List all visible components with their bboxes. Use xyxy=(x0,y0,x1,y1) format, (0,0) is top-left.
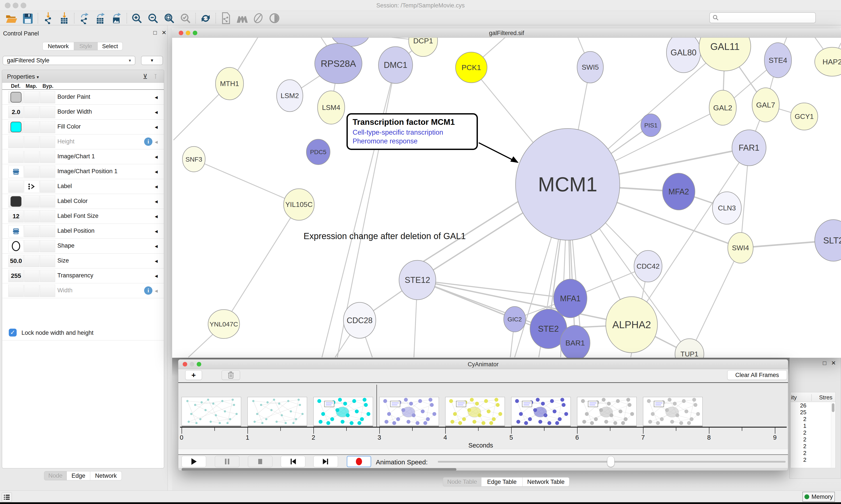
zoom-in-button[interactable] xyxy=(129,12,145,25)
default-value-cell[interactable]: 50.0 xyxy=(8,255,24,267)
bypass-cell[interactable] xyxy=(40,136,55,148)
expand-property-icon[interactable]: ◂ xyxy=(155,94,158,101)
table-row[interactable]: 2 xyxy=(791,450,835,456)
float-panel-icon[interactable]: □ xyxy=(153,29,157,36)
frame-thumbnail-3[interactable] xyxy=(314,397,373,426)
expand-property-icon[interactable]: ◂ xyxy=(155,124,158,130)
bypass-cell[interactable] xyxy=(40,270,55,282)
annotation-link[interactable]: Cell-type-specific transcription xyxy=(353,128,472,137)
network-canvas[interactable]: DCP1RPS28ADMC1PCK1MTH1LSM2LSM4SWI5GAL80G… xyxy=(172,38,841,358)
tab-network-table[interactable]: Network Table xyxy=(522,477,569,486)
expand-property-icon[interactable]: ◂ xyxy=(155,257,158,265)
mapping-cell[interactable] xyxy=(24,136,39,148)
open-session-button[interactable] xyxy=(3,12,20,25)
bypass-cell[interactable] xyxy=(40,195,55,208)
frame-thumbnail-8[interactable] xyxy=(643,397,702,426)
table-row[interactable]: 1 xyxy=(791,422,835,429)
refresh-view-button[interactable] xyxy=(198,12,214,25)
memory-button[interactable]: Memory xyxy=(803,492,835,502)
import-table-button[interactable] xyxy=(56,12,72,25)
default-value-cell[interactable] xyxy=(8,240,24,252)
table-row[interactable]: 2 xyxy=(791,429,835,436)
mapping-cell[interactable] xyxy=(24,165,39,178)
tab-style[interactable]: Style xyxy=(74,42,98,50)
default-value-cell[interactable] xyxy=(8,151,24,163)
export-image-button[interactable] xyxy=(109,12,125,25)
node-TUP1[interactable]: TUP1 xyxy=(675,339,704,358)
search-input[interactable] xyxy=(719,15,811,21)
table-row[interactable]: 2 xyxy=(791,436,835,443)
node-GAL11[interactable]: GAL11 xyxy=(699,38,751,71)
bypass-cell[interactable] xyxy=(40,225,55,237)
default-value-cell[interactable]: 2.0 xyxy=(8,106,24,118)
table-row[interactable]: 26 xyxy=(791,402,835,409)
mapping-cell[interactable] xyxy=(24,195,39,208)
default-value-cell[interactable] xyxy=(8,285,24,297)
timeline-playhead[interactable] xyxy=(376,385,377,427)
cyanimator-titlebar[interactable]: CyAnimator xyxy=(178,360,788,369)
mapping-cell[interactable] xyxy=(24,106,39,118)
bypass-cell[interactable] xyxy=(40,165,55,178)
mapping-cell[interactable] xyxy=(24,91,39,103)
node-MCM1[interactable]: MCM1 xyxy=(516,128,620,240)
bypass-cell[interactable] xyxy=(40,255,55,267)
network-window-titlebar[interactable]: galFiltered.sif xyxy=(172,29,841,38)
task-history-button[interactable] xyxy=(2,492,12,502)
import-network-button[interactable] xyxy=(40,12,56,25)
tab-edge[interactable]: Edge xyxy=(67,471,90,480)
bypass-cell[interactable] xyxy=(40,210,55,222)
mapping-cell[interactable] xyxy=(24,151,39,163)
zoom-fit-button[interactable] xyxy=(161,12,177,25)
style-selector[interactable]: galFiltered Style ▾ xyxy=(3,56,135,65)
default-value-cell[interactable] xyxy=(8,180,24,193)
tab-edge-table[interactable]: Edge Table xyxy=(481,477,522,486)
frame-thumbnail-1[interactable] xyxy=(182,397,241,426)
mapping-cell[interactable] xyxy=(24,240,39,252)
node-LSM4[interactable]: LSM4 xyxy=(318,91,345,124)
expand-property-icon[interactable]: ◂ xyxy=(155,287,158,294)
expand-property-icon[interactable]: ◂ xyxy=(155,153,158,160)
node-CLN3[interactable]: CLN3 xyxy=(713,192,741,224)
node-BAR1[interactable]: BAR1 xyxy=(560,325,590,358)
default-value-cell[interactable] xyxy=(8,225,24,237)
node-YNL047C[interactable]: YNL047C xyxy=(208,310,239,339)
node-SNF3[interactable]: SNF3 xyxy=(182,146,205,172)
expand-property-icon[interactable]: ◂ xyxy=(155,242,158,250)
node-MFA2[interactable]: MFA2 xyxy=(662,173,695,210)
node-STE4[interactable]: STE4 xyxy=(764,43,791,78)
window-close-icon[interactable] xyxy=(179,31,183,35)
close-panel-icon[interactable]: ✕ xyxy=(162,29,166,36)
network-edge[interactable] xyxy=(423,193,532,262)
app-minimize-icon[interactable] xyxy=(13,3,18,8)
expression-annotation[interactable]: Expression change after deletion of GAL1 xyxy=(304,231,466,241)
clone-network-button[interactable] xyxy=(218,12,234,25)
default-value-cell[interactable]: 12 xyxy=(8,210,24,222)
node-YIL105C[interactable]: YIL105C xyxy=(284,189,314,220)
node-SWI4[interactable]: SWI4 xyxy=(728,233,753,263)
column-header-centrality[interactable]: ity xyxy=(791,394,797,401)
mapping-cell[interactable] xyxy=(24,285,39,297)
mapping-cell[interactable] xyxy=(24,180,39,193)
hide-glasses-button[interactable] xyxy=(250,12,266,25)
go-to-start-button[interactable] xyxy=(281,456,305,467)
timeline-scrollbar[interactable] xyxy=(178,468,788,471)
go-to-end-button[interactable] xyxy=(314,456,338,467)
properties-header[interactable]: Properties ▾ xyxy=(7,73,39,80)
tab-node[interactable]: Node xyxy=(44,471,67,480)
zoom-selected-button[interactable] xyxy=(177,12,194,25)
export-network-button[interactable] xyxy=(76,12,92,25)
bypass-cell[interactable] xyxy=(40,240,55,252)
window-zoom-icon[interactable] xyxy=(193,31,197,35)
scrollbar-thumb[interactable] xyxy=(182,468,457,471)
default-value-cell[interactable] xyxy=(8,121,24,133)
tab-select[interactable]: Select xyxy=(98,42,123,50)
contrast-button[interactable] xyxy=(266,12,283,25)
frame-thumbnail-5[interactable] xyxy=(445,397,505,426)
frame-thumbnail-7[interactable] xyxy=(577,397,637,426)
expand-property-icon[interactable]: ◂ xyxy=(155,213,158,220)
node-MTH1[interactable]: MTH1 xyxy=(215,68,244,100)
table-row[interactable]: 2 xyxy=(791,416,835,422)
default-value-cell[interactable] xyxy=(8,165,24,178)
node-HAP2[interactable]: HAP2 xyxy=(815,47,841,76)
default-value-cell[interactable] xyxy=(8,91,24,103)
